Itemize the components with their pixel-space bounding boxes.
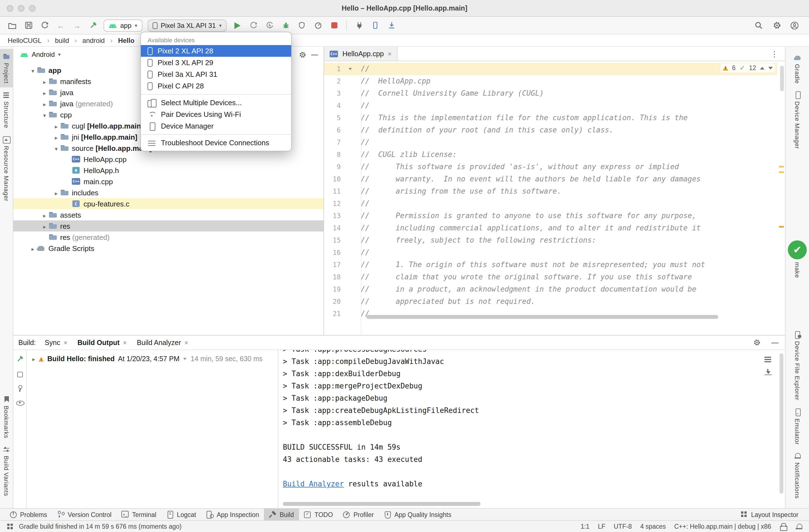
tree-chevron-icon[interactable] xyxy=(29,244,37,252)
line-number[interactable]: 9 xyxy=(324,161,341,173)
fold-marker[interactable] xyxy=(341,308,361,320)
toolwindow-button-layout-inspector[interactable]: Layout Inspector xyxy=(736,511,804,518)
build-hammer-icon[interactable] xyxy=(87,19,99,32)
tool-button-gradle[interactable]: Gradle xyxy=(786,50,809,88)
save-icon[interactable] xyxy=(23,19,34,32)
run-button[interactable] xyxy=(231,19,243,32)
editor-tab[interactable]: HelloApp.cpp xyxy=(324,47,398,61)
fold-marker[interactable] xyxy=(341,173,361,185)
caret-position[interactable]: 1:1 xyxy=(581,523,590,530)
tool-window-switcher-icon[interactable] xyxy=(7,523,14,530)
tree-chevron-icon[interactable] xyxy=(41,99,49,108)
code-line[interactable]: 5 // This is the implementation file for… xyxy=(324,112,777,124)
line-number[interactable]: 13 xyxy=(324,210,341,222)
status-message[interactable]: Gradle build finished in 14 m 59 s 676 m… xyxy=(19,523,182,530)
rebuild-hammer-icon[interactable] xyxy=(16,355,24,365)
tree-row[interactable]: HelloApp.cpp xyxy=(13,154,324,165)
toolwindow-button[interactable]: TODO xyxy=(299,509,338,520)
toolwindow-button[interactable]: Problems xyxy=(4,509,52,520)
next-problem-icon[interactable] xyxy=(768,67,773,69)
code-line[interactable]: 4 // xyxy=(324,100,777,112)
device-menu-action[interactable]: Device Manager xyxy=(141,120,291,132)
editor-options-icon[interactable] xyxy=(764,47,785,61)
fold-marker[interactable] xyxy=(341,185,361,198)
warning-stripe-mark[interactable] xyxy=(779,226,784,228)
tree-row[interactable]: res xyxy=(13,220,324,231)
line-number[interactable]: 5 xyxy=(324,112,341,124)
build-tab[interactable]: Build Output xyxy=(78,339,127,347)
back-icon[interactable]: ← xyxy=(55,19,66,32)
tree-chevron-icon[interactable] xyxy=(52,133,60,141)
tree-chevron-icon[interactable] xyxy=(41,222,49,230)
apply-changes-button[interactable] xyxy=(248,19,259,32)
profiler-button[interactable] xyxy=(312,19,324,32)
tree-chevron-icon[interactable] xyxy=(52,144,60,152)
build-analyzer-link[interactable]: Build Analyzer xyxy=(283,480,344,488)
tree-chevron-icon[interactable] xyxy=(41,88,49,96)
project-settings-gear-icon[interactable] xyxy=(297,49,308,61)
tool-button-device-file-explorer[interactable]: Device File Explorer xyxy=(786,327,809,404)
toolwindow-button[interactable]: Build xyxy=(264,509,299,520)
fold-marker[interactable] xyxy=(341,100,361,112)
toolwindow-button[interactable]: Version Control xyxy=(52,509,116,520)
line-number[interactable]: 11 xyxy=(324,185,341,198)
run-configuration-select[interactable]: app ▾ xyxy=(104,19,142,32)
editor-vertical-scrollbar[interactable] xyxy=(780,66,784,91)
line-number[interactable]: 3 xyxy=(324,87,341,100)
fold-marker[interactable] xyxy=(341,63,361,75)
breadcrumb-item[interactable]: HelloCUGL xyxy=(8,36,55,44)
build-status-row[interactable]: Build Hello: finished At 1/20/23, 4:57 P… xyxy=(32,355,278,363)
preview-icon[interactable] xyxy=(16,399,23,406)
build-console[interactable]: > Task :app:processDebugResources > Task… xyxy=(278,350,785,508)
code-line[interactable]: 15 // freely, subject to the following r… xyxy=(324,234,777,247)
sync-icon[interactable] xyxy=(39,19,50,32)
build-settings-gear-icon[interactable] xyxy=(751,336,762,349)
device-manager-button[interactable] xyxy=(370,19,381,32)
fold-marker[interactable] xyxy=(341,296,361,308)
expand-chevron-icon[interactable] xyxy=(32,356,35,362)
pin-icon[interactable] xyxy=(16,385,23,392)
code-line[interactable]: 11 // arising from the use of this softw… xyxy=(324,185,777,198)
file-encoding[interactable]: UTF-8 xyxy=(614,523,632,530)
toolwindow-button[interactable]: Profiler xyxy=(338,509,379,520)
apply-code-changes-button[interactable] xyxy=(264,19,275,32)
close-icon[interactable] xyxy=(388,50,392,58)
tool-button-emulator[interactable]: Emulator xyxy=(786,404,809,448)
code-line[interactable]: 3 // Cornell University Game Library (CU… xyxy=(324,87,777,100)
fold-marker[interactable] xyxy=(341,247,361,259)
debug-button[interactable] xyxy=(280,19,291,32)
fold-marker[interactable] xyxy=(341,271,361,283)
close-icon[interactable] xyxy=(123,339,127,347)
code-line[interactable]: 2 // HelloApp.cpp xyxy=(324,75,777,87)
device-select[interactable]: Pixel 3a XL API 31 ▾ xyxy=(147,19,227,32)
fold-marker[interactable] xyxy=(341,259,361,271)
tree-row[interactable]: assets xyxy=(13,209,324,220)
code-line[interactable]: 10 // warranty. In no event will the aut… xyxy=(324,173,777,185)
tool-button-build-variants[interactable]: Build Variants xyxy=(0,442,13,500)
code-line[interactable]: 1 // xyxy=(324,63,777,75)
line-number[interactable]: 18 xyxy=(324,271,341,283)
tool-button-resource-manager[interactable]: Resource Manager xyxy=(0,132,13,206)
toolwindow-button[interactable]: Terminal xyxy=(116,509,161,520)
previous-problem-icon[interactable] xyxy=(760,67,764,69)
close-icon[interactable] xyxy=(64,339,67,347)
build-tab[interactable]: Sync xyxy=(45,339,68,347)
tool-button-device-manager[interactable]: Device Manager xyxy=(786,88,809,153)
fold-marker[interactable] xyxy=(341,148,361,161)
code-line[interactable]: 20 // appreciated but is not required. xyxy=(324,296,777,308)
tree-row[interactable]: includes xyxy=(13,187,324,198)
line-number[interactable]: 21 xyxy=(324,308,341,320)
soft-wrap-icon[interactable] xyxy=(764,356,772,363)
hide-panel-icon[interactable]: — xyxy=(311,51,318,58)
line-number[interactable]: 16 xyxy=(324,247,341,259)
editor-horizontal-scrollbar[interactable] xyxy=(366,315,718,319)
capture-snapshot-button[interactable] xyxy=(386,19,397,32)
toolwindow-button[interactable]: App Quality Insights xyxy=(379,509,457,520)
toolwindow-button[interactable]: Logcat xyxy=(161,509,201,520)
device-option[interactable]: Pixel 3 XL API 29 xyxy=(141,57,291,68)
troubleshoot-device-connections[interactable]: Troubleshoot Device Connections xyxy=(141,137,291,148)
attach-debugger-button[interactable] xyxy=(354,19,365,32)
line-number[interactable]: 20 xyxy=(324,296,341,308)
tree-chevron-icon[interactable] xyxy=(29,66,37,74)
line-number[interactable]: 19 xyxy=(324,283,341,296)
